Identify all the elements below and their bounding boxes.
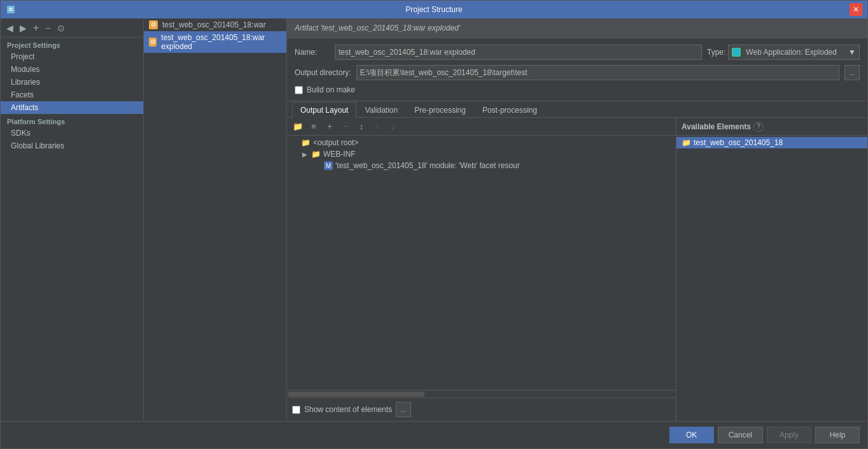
output-dir-label: Output directory: <box>295 68 351 77</box>
type-label: Type: <box>707 48 725 57</box>
sidebar-toolbar: ◀ ▶ + − ⊙ <box>1 18 143 38</box>
artifact-icon: ⚙ <box>149 20 158 29</box>
name-row: Name: Type: 🌐 Web Application: Exploded … <box>295 45 860 60</box>
build-on-make-row: Build on make <box>295 85 860 94</box>
up-btn[interactable]: ↑ <box>370 120 384 134</box>
name-label: Name: <box>295 48 330 57</box>
show-content-checkbox[interactable] <box>292 406 300 414</box>
available-header: Available Elements ? <box>676 118 867 136</box>
layout-tree: 📁 <output root> ▶ 📁 WEB-INF M 'test_web_… <box>287 136 676 390</box>
layout-scrollbar[interactable] <box>287 390 676 397</box>
output-dir-row: Output directory: ... <box>295 65 860 80</box>
tree-output-root[interactable]: 📁 <output root> <box>287 137 676 148</box>
apply-button[interactable]: Apply <box>767 427 811 443</box>
artifact-war-exploded-item[interactable]: ⚙ test_web_osc_201405_18:war exploded <box>144 31 286 53</box>
folder-icon: 📁 <box>311 150 321 159</box>
name-input[interactable] <box>335 45 702 60</box>
ok-button[interactable]: OK <box>669 427 714 443</box>
web-icon: 🌐 <box>732 48 741 57</box>
project-settings-header: Project Settings <box>1 38 143 50</box>
sort-btn[interactable]: ↕ <box>354 120 368 134</box>
tabs-container: Output Layout Validation Pre-processing … <box>287 101 867 118</box>
artifact-form: Name: Type: 🌐 Web Application: Exploded … <box>287 38 867 101</box>
output-dir-input[interactable] <box>356 65 839 80</box>
sidebar-item-sdks[interactable]: SDKs <box>1 127 143 139</box>
show-content-label: Show content of elements <box>304 405 392 414</box>
platform-settings-header: Platform Settings <box>1 114 143 127</box>
available-tree: 📁 test_web_osc_201405_18 <box>676 136 867 421</box>
tab-validation[interactable]: Validation <box>356 102 406 118</box>
type-select[interactable]: 🌐 Web Application: Exploded ▼ <box>728 45 860 60</box>
dialog-title: Project Structure <box>18 5 850 14</box>
sidebar-item-modules[interactable]: Modules <box>1 63 143 76</box>
project-structure-dialog: Project Structure ✕ ◀ ▶ + − ⊙ Project Se… <box>0 0 868 449</box>
scrollbar-thumb <box>288 392 424 397</box>
layout-toolbar: 📁 ≡ + − ↕ ↑ ↓ <box>287 118 676 136</box>
right-panel: Artifact 'test_web_osc_201405_18:war exp… <box>287 18 867 421</box>
sidebar-item-project[interactable]: Project <box>1 50 143 63</box>
module-folder-icon: 📁 <box>682 138 691 147</box>
add-button[interactable]: + <box>31 22 41 34</box>
tab-output-layout[interactable]: Output Layout <box>292 102 356 118</box>
tab-pre-processing[interactable]: Pre-processing <box>406 102 474 118</box>
show-content-row: Show content of elements ... <box>287 397 676 421</box>
close-button[interactable]: ✕ <box>850 3 862 16</box>
available-title: Available Elements <box>682 122 751 131</box>
artifact-header: Artifact 'test_web_osc_201405_18:war exp… <box>287 18 867 38</box>
back-button[interactable]: ◀ <box>4 22 15 34</box>
layout-left: 📁 ≡ + − ↕ ↑ ↓ 📁 <output root> <box>287 118 676 421</box>
sidebar-item-libraries[interactable]: Libraries <box>1 76 143 89</box>
title-bar-left-icon <box>6 4 18 15</box>
module-icon: M <box>324 161 333 170</box>
remove-button[interactable]: − <box>43 22 52 34</box>
type-container: Type: 🌐 Web Application: Exploded ▼ <box>707 45 860 60</box>
artifact-exploded-icon: ⚙ <box>149 38 157 46</box>
available-help-btn[interactable]: ? <box>753 122 764 132</box>
sidebar-item-artifacts[interactable]: Artifacts <box>1 101 143 114</box>
tree-module-web[interactable]: M 'test_web_osc_201405_18' module: 'Web'… <box>287 160 676 171</box>
artifact-war-item[interactable]: ⚙ test_web_osc_201405_18:war <box>144 18 286 31</box>
zoom-button[interactable]: ⊙ <box>55 22 67 34</box>
show-content-options-btn[interactable]: ... <box>396 402 411 417</box>
tree-web-inf[interactable]: ▶ 📁 WEB-INF <box>287 148 676 160</box>
sidebar-item-global-libraries[interactable]: Global Libraries <box>1 139 143 152</box>
layout-right: Available Elements ? 📁 test_web_osc_2014… <box>676 118 867 421</box>
add-small-btn[interactable]: + <box>323 120 337 134</box>
tab-post-processing[interactable]: Post-processing <box>474 102 545 118</box>
svg-rect-0 <box>7 6 15 13</box>
artifacts-panel: ⚙ test_web_osc_201405_18:war ⚙ test_web_… <box>144 18 287 421</box>
remove-small-btn[interactable]: − <box>339 120 353 134</box>
sidebar-item-facets[interactable]: Facets <box>1 89 143 101</box>
output-layout-panel: 📁 ≡ + − ↕ ↑ ↓ 📁 <output root> <box>287 118 867 421</box>
forward-button[interactable]: ▶ <box>18 22 29 34</box>
build-on-make-checkbox[interactable] <box>295 86 303 94</box>
left-panel: ◀ ▶ + − ⊙ Project Settings Project Modul… <box>1 18 144 421</box>
down-btn[interactable]: ↓ <box>386 120 400 134</box>
title-bar: Project Structure ✕ <box>1 1 867 18</box>
cancel-button[interactable]: Cancel <box>718 427 763 443</box>
folder-icon: 📁 <box>301 138 311 147</box>
browse-output-dir-button[interactable]: ... <box>844 65 860 80</box>
help-button[interactable]: Help <box>815 427 860 443</box>
main-content: ◀ ▶ + − ⊙ Project Settings Project Modul… <box>1 18 867 421</box>
expand-icon: ▶ <box>302 151 309 158</box>
type-dropdown-icon: ▼ <box>848 48 856 57</box>
add-folder-btn[interactable]: 📁 <box>291 120 305 134</box>
bars-btn[interactable]: ≡ <box>307 120 321 134</box>
avail-module-item[interactable]: 📁 test_web_osc_201405_18 <box>676 137 867 148</box>
build-on-make-label: Build on make <box>307 85 355 94</box>
bottom-bar: OK Cancel Apply Help <box>1 421 867 448</box>
sidebar: Project Settings Project Modules Librari… <box>1 38 144 152</box>
